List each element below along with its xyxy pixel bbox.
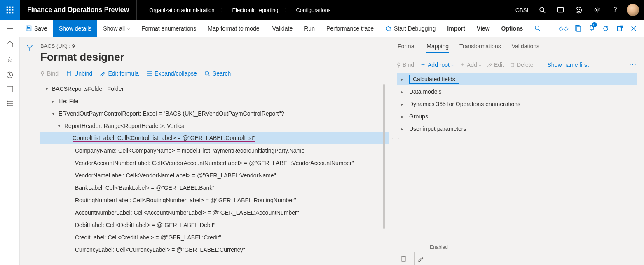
format-enumerations-button[interactable]: Format enumerations <box>136 20 202 37</box>
recent-icon[interactable] <box>0 71 20 78</box>
tree-node[interactable]: BankLabel: Cell<BankLabel> = @"GER_LABEL… <box>40 182 389 194</box>
splitter-handle[interactable]: ⋮⋮ <box>394 132 397 147</box>
delete-property-icon[interactable] <box>397 252 410 265</box>
close-icon[interactable] <box>627 20 641 37</box>
notification-icon[interactable]: 0 <box>585 20 599 37</box>
show-details-button[interactable]: Show details <box>53 20 97 37</box>
edit-property-icon[interactable] <box>414 252 427 265</box>
tree-node[interactable]: ▾ReportHeader: Range<ReportHeader>: Vert… <box>40 120 389 132</box>
svg-rect-6 <box>7 12 8 13</box>
left-rail: ☆ <box>0 37 20 265</box>
datasource-node[interactable]: ▸Groups <box>397 110 637 123</box>
bind-button[interactable]: ⚲Bind <box>397 62 414 68</box>
datasource-node[interactable]: ▸Dynamics 365 for Operations enumeration… <box>397 98 637 110</box>
app-launcher-icon[interactable] <box>0 0 20 20</box>
home-icon[interactable] <box>0 40 20 48</box>
tree-node[interactable]: AccountNumberLabel: Cell<AccountNumberLa… <box>40 206 389 219</box>
help-icon[interactable]: ? <box>606 0 624 20</box>
avatar[interactable] <box>627 4 639 16</box>
svg-point-44 <box>7 101 7 102</box>
filter-pane-toggle[interactable] <box>20 37 40 265</box>
tab-transformations[interactable]: Transformations <box>459 43 501 53</box>
show-name-first-button[interactable]: Show name first <box>547 62 588 68</box>
svg-point-46 <box>7 105 7 106</box>
options-button[interactable]: Options <box>496 20 529 37</box>
show-all-button[interactable]: Show all⌵ <box>97 20 136 37</box>
add-button[interactable]: ＋Add⌵ <box>459 61 481 69</box>
edit-button[interactable]: Edit <box>487 62 504 68</box>
smile-icon[interactable] <box>569 0 588 20</box>
tree-node[interactable]: ▾ERVendOutPaymControlReport: Excel = "BA… <box>40 107 389 120</box>
datasource-tree[interactable]: ▸Calculated fields▸Data models▸Dynamics … <box>397 73 637 135</box>
run-button[interactable]: Run <box>298 20 321 37</box>
right-tabs: FormatMappingTransformationsValidations <box>397 43 637 53</box>
svg-point-28 <box>535 26 539 30</box>
breadcrumb-item[interactable]: Organization administration <box>149 7 214 13</box>
datasource-node[interactable]: ▸Calculated fields <box>397 73 637 85</box>
breadcrumb-item[interactable]: Configurations <box>296 7 330 13</box>
svg-rect-11 <box>557 7 563 12</box>
tree-node[interactable]: VendorAccountNumberLabel: Cell<VendorAcc… <box>40 157 389 169</box>
tree-node[interactable]: CompanyName: Cell<CompanyName> = model.F… <box>40 144 389 157</box>
svg-point-52 <box>205 71 209 75</box>
datasource-node[interactable]: ▸Data models <box>397 85 637 98</box>
start-debugging-button[interactable]: Start Debugging <box>379 20 441 37</box>
search-icon[interactable] <box>533 0 551 20</box>
tree-node[interactable]: ▸file: File <box>40 95 389 107</box>
gear-icon[interactable] <box>588 0 606 20</box>
tree-node[interactable]: CurrencyLabel: Cell<CurrencyLabel> = @"G… <box>40 244 389 256</box>
tree-node[interactable]: ▾BACSReportsFolder: Folder <box>40 83 389 95</box>
command-bar: Save Show details Show all⌵ Format enume… <box>0 20 644 37</box>
svg-point-15 <box>596 9 598 11</box>
search-button[interactable]: Search <box>204 70 231 77</box>
save-button[interactable]: Save <box>20 20 53 37</box>
svg-line-10 <box>543 11 545 13</box>
popout-icon[interactable] <box>613 20 627 37</box>
modules-icon[interactable] <box>0 100 20 106</box>
refresh-icon[interactable] <box>599 20 613 37</box>
chat-icon[interactable] <box>551 0 569 20</box>
view-button[interactable]: View <box>471 20 496 37</box>
validate-button[interactable]: Validate <box>267 20 299 37</box>
map-format-button[interactable]: Map format to model <box>202 20 266 37</box>
favorite-icon[interactable]: ☆ <box>0 55 20 64</box>
more-icon[interactable]: ··· <box>629 60 637 69</box>
scrollbar[interactable] <box>383 84 385 229</box>
breadcrumb: Organization administration 〉 Electronic… <box>137 7 330 13</box>
svg-rect-3 <box>7 9 8 10</box>
edit-formula-button[interactable]: Edit formula <box>100 70 139 77</box>
company-code[interactable]: GBSI <box>511 7 533 13</box>
find-icon[interactable] <box>529 20 546 37</box>
tab-format[interactable]: Format <box>398 43 416 53</box>
page-title: Format designer <box>40 51 389 64</box>
bind-button[interactable]: ⚲Bind <box>40 70 59 77</box>
tree-node[interactable]: CreditLabel: Cell<CreditLabel> = @"GER_L… <box>40 231 389 244</box>
breadcrumb-item[interactable]: Electronic reporting <box>232 7 278 13</box>
tree-node[interactable]: RoutingNumberLabel: Cell<RoutingNumberLa… <box>40 194 389 206</box>
nav-toggle-icon[interactable] <box>0 26 20 31</box>
delete-button[interactable]: Delete <box>510 62 533 68</box>
attach-icon[interactable] <box>571 20 585 37</box>
unbind-button[interactable]: Unbind <box>66 70 92 77</box>
svg-point-45 <box>7 103 7 104</box>
add-root-button[interactable]: ＋Add root⌵ <box>420 61 454 69</box>
import-button[interactable]: Import <box>441 20 471 37</box>
workspace-icon[interactable] <box>0 86 20 92</box>
svg-rect-5 <box>12 9 13 10</box>
expand-collapse-button[interactable]: Expand/collapse <box>146 70 197 77</box>
svg-rect-38 <box>7 86 13 92</box>
performance-trace-button[interactable]: Performance trace <box>321 20 379 37</box>
format-tree[interactable]: ▾BACSReportsFolder: Folder▸file: File▾ER… <box>40 83 389 256</box>
svg-rect-7 <box>9 12 10 13</box>
datasource-node[interactable]: ▸User input parameters <box>397 123 637 135</box>
tree-node[interactable]: VendorNameLabel: Cell<VendorNameLabel> =… <box>40 169 389 182</box>
tab-validations[interactable]: Validations <box>512 43 539 53</box>
tree-node[interactable]: ControlListLabel: Cell<ControlListLabel>… <box>40 132 389 144</box>
svg-rect-1 <box>9 7 10 8</box>
tiles-icon[interactable]: ◇◇ <box>557 20 571 37</box>
svg-point-22 <box>386 27 390 31</box>
tab-mapping[interactable]: Mapping <box>426 43 449 53</box>
tree-node[interactable]: DebitLabel: Cell<DebitLabel> = @"GER_LAB… <box>40 219 389 231</box>
svg-rect-47 <box>67 71 70 76</box>
svg-rect-20 <box>27 26 30 28</box>
